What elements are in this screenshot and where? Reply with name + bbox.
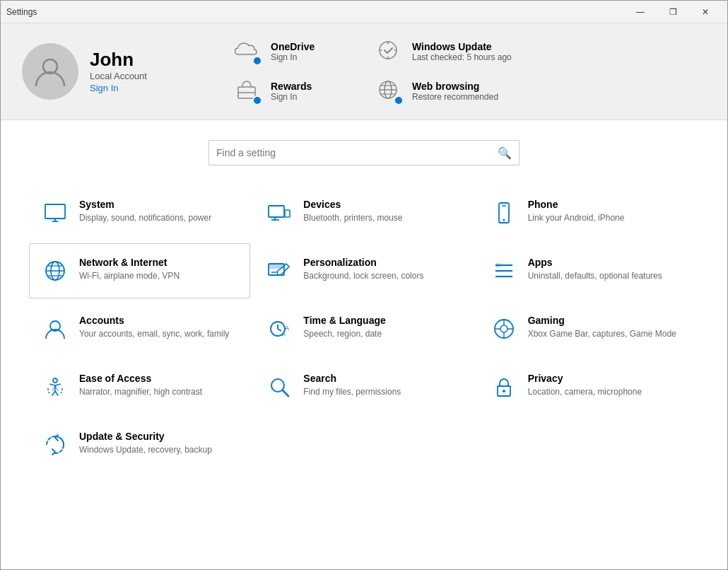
- search-title: Search: [303, 373, 401, 384]
- header-services: OneDrive Sign In Rewards Sign In: [234, 37, 706, 105]
- rewards-icon: [234, 77, 262, 105]
- maximize-button[interactable]: ❐: [657, 1, 689, 23]
- setting-item-phone[interactable]: PhoneLink your Android, iPhone: [478, 185, 699, 240]
- web-browsing-name: Web browsing: [412, 81, 498, 92]
- setting-item-apps[interactable]: AppsUninstall, defaults, optional featur…: [478, 243, 699, 298]
- onedrive-icon: [234, 37, 262, 66]
- windows-update-sub: Last checked: 5 hours ago: [412, 52, 512, 62]
- svg-text:A: A: [285, 325, 289, 332]
- ease-of-access-text: Ease of AccessNarrator, magnifier, high …: [79, 373, 202, 398]
- user-name: John: [90, 49, 147, 71]
- svg-rect-9: [45, 204, 65, 219]
- setting-item-personalization[interactable]: PersonalizationBackground, lock screen, …: [253, 243, 474, 298]
- onedrive-sub: Sign In: [271, 52, 315, 62]
- rewards-sub: Sign In: [271, 92, 312, 102]
- rewards-dot: [252, 95, 262, 105]
- update-security-text: Update & SecurityWindows Update, recover…: [79, 431, 212, 456]
- svg-rect-13: [285, 210, 290, 217]
- title-bar: Settings — ❐ ✕: [1, 1, 727, 23]
- service-rewards[interactable]: Rewards Sign In: [234, 77, 361, 105]
- setting-item-update-security[interactable]: Update & SecurityWindows Update, recover…: [29, 417, 250, 472]
- setting-item-system[interactable]: SystemDisplay, sound, notifications, pow…: [29, 185, 250, 240]
- windows-update-text: Windows Update Last checked: 5 hours ago: [412, 41, 512, 62]
- devices-title: Devices: [303, 199, 402, 210]
- phone-desc: Link your Android, iPhone: [528, 212, 625, 224]
- svg-rect-30: [495, 263, 500, 267]
- windows-update-icon: [375, 37, 404, 66]
- network-desc: Wi-Fi, airplane mode, VPN: [79, 270, 180, 282]
- privacy-desc: Location, camera, microphone: [528, 386, 642, 398]
- system-text: SystemDisplay, sound, notifications, pow…: [79, 199, 211, 224]
- network-icon: [41, 257, 69, 285]
- devices-text: DevicesBluetooth, printers, mouse: [303, 199, 402, 224]
- service-column-2: Windows Update Last checked: 5 hours ago: [375, 37, 512, 105]
- gaming-desc: Xbox Game Bar, captures, Game Mode: [528, 328, 676, 340]
- svg-point-38: [500, 325, 507, 332]
- ease-of-access-title: Ease of Access: [79, 373, 202, 384]
- privacy-text: PrivacyLocation, camera, microphone: [528, 373, 642, 398]
- setting-item-network[interactable]: Network & InternetWi-Fi, airplane mode, …: [29, 243, 250, 298]
- window-controls: — ❐ ✕: [624, 1, 722, 23]
- search-section: 🔍: [1, 120, 727, 185]
- apps-title: Apps: [528, 257, 662, 268]
- apps-text: AppsUninstall, defaults, optional featur…: [528, 257, 662, 282]
- svg-point-17: [503, 219, 505, 221]
- update-security-title: Update & Security: [79, 431, 212, 442]
- search-input[interactable]: [216, 147, 492, 158]
- svg-text:A: A: [282, 332, 286, 337]
- onedrive-dot: [252, 56, 262, 66]
- setting-item-ease-of-access[interactable]: Ease of AccessNarrator, magnifier, high …: [29, 359, 250, 414]
- search-text: SearchFind my files, permissions: [303, 373, 401, 398]
- setting-item-privacy[interactable]: PrivacyLocation, camera, microphone: [478, 359, 699, 414]
- service-web-browsing[interactable]: Web browsing Restore recommended: [375, 77, 512, 105]
- search-icon: 🔍: [498, 146, 512, 160]
- gaming-text: GamingXbox Game Bar, captures, Game Mode: [528, 315, 676, 340]
- search-box[interactable]: 🔍: [209, 140, 519, 165]
- service-onedrive[interactable]: OneDrive Sign In: [234, 37, 361, 66]
- service-windows-update[interactable]: Windows Update Last checked: 5 hours ago: [375, 37, 512, 66]
- setting-item-time-language[interactable]: A A Time & LanguageSpeech, region, date: [253, 301, 474, 356]
- rewards-text: Rewards Sign In: [271, 81, 312, 102]
- header-section: John Local Account Sign In OneDrive Sign…: [1, 23, 727, 120]
- avatar: [22, 43, 78, 100]
- apps-icon: [490, 257, 518, 285]
- user-details: John Local Account Sign In: [90, 49, 147, 94]
- setting-item-gaming[interactable]: GamingXbox Game Bar, captures, Game Mode: [478, 301, 699, 356]
- web-browsing-icon: [375, 77, 404, 105]
- windows-update-name: Windows Update: [412, 41, 512, 52]
- sign-in-link[interactable]: Sign In: [90, 83, 118, 93]
- svg-rect-12: [269, 206, 284, 217]
- devices-desc: Bluetooth, printers, mouse: [303, 212, 402, 224]
- setting-item-devices[interactable]: DevicesBluetooth, printers, mouse: [253, 185, 474, 240]
- phone-text: PhoneLink your Android, iPhone: [528, 199, 625, 224]
- search-icon: [265, 373, 293, 401]
- web-browsing-text: Web browsing Restore recommended: [412, 81, 498, 102]
- minimize-button[interactable]: —: [624, 1, 657, 23]
- svg-point-43: [53, 378, 57, 383]
- time-language-desc: Speech, region, date: [303, 328, 385, 340]
- system-icon: [41, 199, 69, 227]
- time-language-text: Time & LanguageSpeech, region, date: [303, 315, 385, 340]
- personalization-title: Personalization: [303, 257, 423, 268]
- user-info: John Local Account Sign In: [22, 43, 206, 100]
- web-browsing-dot: [394, 95, 404, 105]
- setting-item-search[interactable]: SearchFind my files, permissions: [253, 359, 474, 414]
- settings-grid: SystemDisplay, sound, notifications, pow…: [1, 185, 727, 472]
- gaming-icon: [490, 315, 518, 343]
- privacy-icon: [490, 373, 518, 401]
- privacy-title: Privacy: [528, 373, 642, 384]
- accounts-title: Accounts: [79, 315, 229, 326]
- gaming-title: Gaming: [528, 315, 676, 326]
- setting-item-accounts[interactable]: AccountsYour accounts, email, sync, work…: [29, 301, 250, 356]
- phone-icon: [490, 199, 518, 227]
- svg-line-45: [283, 390, 288, 396]
- personalization-text: PersonalizationBackground, lock screen, …: [303, 257, 423, 282]
- accounts-desc: Your accounts, email, sync, work, family: [79, 328, 229, 340]
- accounts-text: AccountsYour accounts, email, sync, work…: [79, 315, 229, 340]
- close-button[interactable]: ✕: [689, 1, 722, 23]
- time-language-title: Time & Language: [303, 315, 385, 326]
- personalization-icon: [265, 257, 293, 285]
- personalization-desc: Background, lock screen, colors: [303, 270, 423, 282]
- system-title: System: [79, 199, 211, 210]
- apps-desc: Uninstall, defaults, optional features: [528, 270, 662, 282]
